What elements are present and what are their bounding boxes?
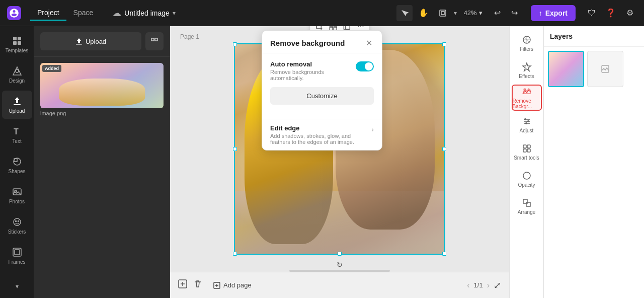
rotate-handle[interactable]: ↻ — [335, 260, 345, 270]
svg-point-33 — [527, 120, 529, 122]
remove-bg-title: Remove background — [270, 39, 345, 47]
sidebar-item-frames-label: Frames — [9, 259, 26, 265]
sidebar-item-frames[interactable]: Frames — [2, 242, 32, 270]
auto-removal-title: Auto removal — [270, 60, 356, 68]
sidebar-item-effects[interactable]: Effects — [512, 57, 542, 84]
add-page-label: Add page — [223, 281, 252, 289]
sidebar-item-upload[interactable]: Upload — [2, 91, 32, 119]
auto-removal-toggle[interactable] — [356, 61, 374, 71]
sidebar-item-stickers[interactable]: Stickers — [2, 211, 32, 240]
tab-space[interactable]: Space — [66, 6, 101, 21]
svg-point-8 — [16, 69, 19, 72]
sidebar-item-filters[interactable]: Filters — [512, 30, 542, 56]
sidebar-item-upload-label: Upload — [9, 108, 25, 114]
svg-rect-4 — [18, 37, 21, 40]
sidebar-item-design-label: Design — [9, 78, 25, 84]
toggle-knob — [365, 62, 373, 70]
next-page-btn[interactable]: › — [487, 281, 490, 290]
topbar-tabs: Project Space — [30, 6, 100, 21]
sidebar-item-remove-bg[interactable]: Remove Backgr... — [512, 85, 542, 111]
svg-rect-6 — [18, 41, 21, 45]
svg-point-17 — [18, 220, 19, 221]
svg-rect-37 — [523, 149, 526, 152]
page-navigation: ‹ 1/1 › ⤢ — [467, 280, 501, 291]
svg-point-39 — [523, 172, 530, 179]
expand-canvas-btn[interactable]: ⤢ — [494, 280, 501, 291]
doc-title-dropdown-icon[interactable]: ▾ — [173, 10, 176, 17]
layers-title: Layers — [544, 26, 644, 47]
panel-view-btn[interactable] — [145, 32, 164, 50]
customize-btn[interactable]: Customize — [270, 87, 374, 105]
export-button[interactable]: ↑ Export — [531, 5, 576, 21]
zoom-dropdown-icon: ▾ — [479, 9, 482, 17]
layer-thumbnail-blank[interactable] — [587, 51, 623, 87]
sidebar-item-text[interactable]: T Text — [2, 121, 32, 149]
sidebar-item-stickers-label: Stickers — [8, 229, 26, 235]
layers-panel: Layers — [543, 26, 644, 298]
svg-rect-36 — [527, 145, 530, 148]
page-settings-icon[interactable] — [178, 279, 187, 291]
sidebar-item-smart-tools[interactable]: Smart tools — [512, 139, 542, 165]
redo-btn[interactable]: ↪ — [507, 5, 523, 21]
auto-removal-desc: Remove backgrounds automatically. — [270, 69, 356, 81]
svg-rect-1 — [440, 10, 446, 16]
select-tool-btn[interactable] — [396, 5, 413, 21]
svg-rect-19 — [15, 250, 20, 255]
sidebar-item-shapes[interactable]: Shapes — [2, 151, 32, 179]
svg-rect-20 — [76, 44, 82, 45]
sidebar-item-text-label: Text — [12, 138, 21, 144]
sidebar-item-templates[interactable]: Templates — [2, 30, 32, 58]
image-item[interactable]: Added — [40, 63, 164, 108]
horizontal-scrollbar[interactable] — [289, 270, 390, 272]
sidebar-item-smart-tools-label: Smart tools — [514, 155, 539, 161]
undo-btn[interactable]: ↩ — [490, 5, 506, 21]
edit-edge-row[interactable]: Edit edge Add shadows, strokes, glow, an… — [262, 119, 382, 150]
delete-page-icon[interactable] — [193, 279, 202, 291]
add-page-btn[interactable]: Add page — [208, 278, 257, 292]
prev-page-btn[interactable]: ‹ — [467, 281, 469, 290]
svg-rect-22 — [155, 38, 157, 41]
shield-icon-btn[interactable]: 🛡 — [584, 5, 600, 21]
left-sidebar: Templates Design Upload T Text Shapes Ph… — [0, 26, 34, 298]
svg-rect-40 — [523, 199, 527, 203]
svg-rect-35 — [523, 145, 526, 148]
svg-rect-38 — [527, 149, 530, 152]
zoom-level: 42% — [464, 9, 477, 17]
sidebar-item-effects-label: Effects — [519, 73, 534, 79]
upload-button[interactable]: Upload — [40, 32, 141, 50]
sidebar-item-filters-label: Filters — [520, 46, 533, 52]
edit-edge-text: Edit edge Add shadows, strokes, glow, an… — [270, 124, 371, 145]
sidebar-item-adjust[interactable]: Adjust — [512, 112, 542, 138]
undo-redo-group: ↩ ↪ — [490, 5, 523, 21]
remove-bg-close-btn[interactable]: ✕ — [364, 38, 374, 48]
doc-title[interactable]: Untitled image — [124, 9, 170, 17]
auto-removal-row: Auto removal Remove backgrounds automati… — [270, 60, 374, 81]
topbar: Project Space ☁ Untitled image ▾ ✋ ▾ 42%… — [0, 0, 644, 26]
panel-header: Upload — [34, 26, 170, 57]
svg-point-34 — [525, 122, 527, 124]
svg-rect-21 — [151, 38, 154, 41]
frame-tool-btn[interactable] — [435, 5, 451, 21]
svg-rect-9 — [14, 104, 21, 105]
settings-icon-btn[interactable]: ⚙ — [622, 5, 638, 21]
tab-project[interactable]: Project — [30, 6, 66, 21]
canva-logo[interactable] — [6, 5, 22, 21]
sidebar-item-design[interactable]: Design — [2, 60, 32, 89]
svg-marker-7 — [13, 67, 21, 75]
added-badge: Added — [42, 65, 61, 72]
sidebar-item-opacity[interactable]: Opacity — [512, 166, 542, 192]
sidebar-item-arrange[interactable]: Arrange — [512, 193, 542, 219]
svg-rect-41 — [526, 202, 530, 206]
right-sidebar: Filters Effects Remove Backgr... Adjust … — [509, 26, 543, 298]
hand-tool-btn[interactable]: ✋ — [416, 5, 432, 21]
export-label: Export — [545, 9, 568, 17]
help-icon-btn[interactable]: ❓ — [603, 5, 619, 21]
svg-rect-2 — [441, 12, 444, 15]
frame-tool-dropdown-icon[interactable]: ▾ — [454, 10, 457, 17]
svg-point-16 — [15, 220, 16, 221]
sidebar-more-btn[interactable]: ▾ — [16, 283, 19, 290]
sidebar-item-photos[interactable]: Photos — [2, 181, 32, 209]
svg-point-15 — [14, 218, 21, 226]
zoom-control[interactable]: 42% ▾ — [460, 7, 487, 19]
layer-thumbnail-1[interactable] — [548, 51, 584, 87]
